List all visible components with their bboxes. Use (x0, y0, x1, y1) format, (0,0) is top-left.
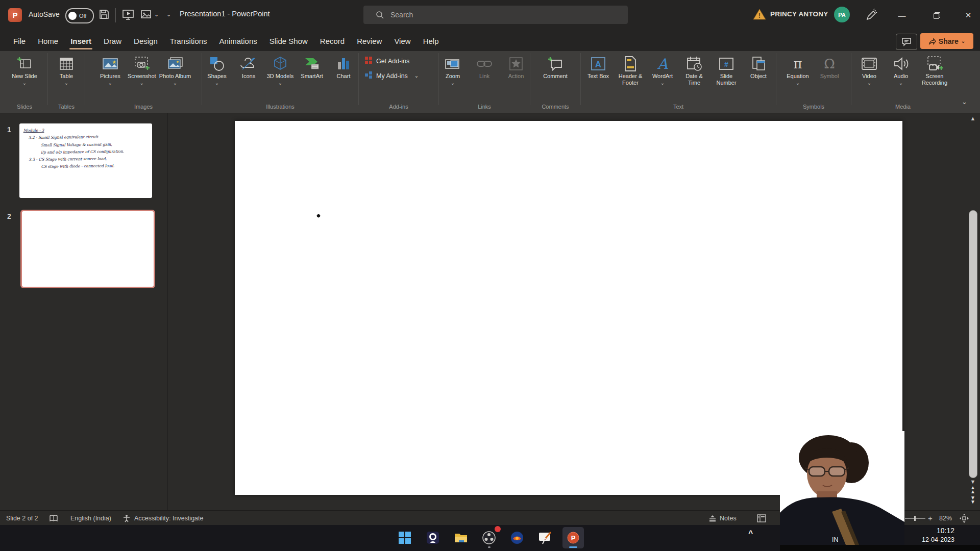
wordart-icon: A (657, 55, 668, 73)
video-button[interactable]: Video ⌄ (853, 53, 885, 86)
group-label-links: Links (440, 104, 528, 112)
language-indicator[interactable]: English (India) (70, 511, 111, 525)
powerpoint-logo-icon[interactable]: P (8, 8, 22, 22)
customize-qat-icon[interactable]: ⌄ (166, 11, 171, 18)
chevron-down-icon[interactable]: ⌄ (154, 11, 159, 18)
chevron-down-icon: ⌄ (140, 81, 144, 86)
pictures-icon (102, 55, 119, 73)
save-icon[interactable] (98, 8, 110, 22)
tab-draw[interactable]: Draw (97, 31, 128, 51)
audio-button[interactable]: Audio ⌄ (885, 53, 917, 86)
group-label-add-ins: Add-ins (360, 104, 437, 112)
taskbar-date[interactable]: 12-04-2023 (903, 536, 954, 543)
start-button[interactable] (394, 527, 415, 548)
restore-button[interactable] (925, 0, 948, 31)
tab-file[interactable]: File (7, 31, 32, 51)
tab-animations[interactable]: Animations (213, 31, 263, 51)
audio-icon (893, 55, 909, 73)
object-button[interactable]: Object (743, 53, 774, 80)
slide-number-button[interactable]: # Slide Number (710, 53, 743, 86)
accessibility-status[interactable]: Accessibility: Investigate (134, 511, 203, 525)
file-explorer-button[interactable] (450, 527, 472, 548)
accessibility-icon[interactable] (122, 511, 131, 525)
chevron-down-icon: ⌄ (64, 81, 68, 86)
header-footer-button[interactable]: Header & Footer (614, 53, 647, 86)
svg-text:#: # (724, 60, 728, 68)
slide-2-thumbnail-selected[interactable] (20, 210, 155, 288)
screenshot-button[interactable]: Screenshot ⌄ (126, 53, 158, 86)
new-comment-icon (547, 55, 564, 73)
autosave-toggle[interactable]: Off (65, 8, 94, 23)
comment-button[interactable]: Comment (540, 53, 571, 80)
slide-number-icon: # (718, 55, 734, 73)
screen-recording-button[interactable]: Screen Recording (917, 53, 952, 86)
slide-indicator[interactable]: Slide 2 of 2 (6, 511, 38, 525)
tab-slide-show[interactable]: Slide Show (263, 31, 314, 51)
zoom-slider[interactable] (905, 511, 926, 525)
obs-studio-button[interactable] (478, 527, 500, 548)
tab-home[interactable]: Home (32, 31, 64, 51)
zoom-level[interactable]: 82% (939, 511, 952, 525)
scroll-down-icon[interactable]: ▼ (968, 479, 978, 485)
previous-slide-button[interactable]: ▲▲ (968, 486, 978, 494)
text-box-button[interactable]: A Text Box (582, 53, 614, 80)
wordart-button[interactable]: A WordArt ⌄ (647, 53, 678, 86)
pictures-button[interactable]: Pictures ⌄ (94, 53, 126, 86)
taskbar-clock[interactable]: 10:12 (903, 527, 954, 535)
comments-pane-button[interactable] (896, 34, 917, 50)
powerpoint-window: P AutoSave Off ⌄ ⌄ Presentation1 - Power… (0, 0, 980, 551)
user-name[interactable]: PRINCY ANTONY (770, 10, 828, 18)
webcam-app-button[interactable] (422, 527, 444, 548)
zoom-in-icon[interactable]: + (928, 511, 933, 525)
minimize-button[interactable]: — (890, 0, 914, 31)
tab-transitions[interactable]: Transitions (164, 31, 213, 51)
search-input[interactable]: Search (363, 6, 628, 24)
table-icon (59, 55, 74, 73)
scrollbar-thumb[interactable] (969, 210, 977, 478)
autosave-label: AutoSave (29, 10, 60, 18)
3d-models-button[interactable]: 3D Models ⌄ (264, 53, 296, 86)
collapse-ribbon-icon[interactable]: ⌄ (962, 98, 967, 106)
quick-access-picture-icon[interactable] (140, 8, 153, 23)
slide-1-thumbnail[interactable]: Module - 3 3.2 - Small Signal equivalent… (19, 123, 152, 198)
tab-help[interactable]: Help (417, 31, 445, 51)
table-button[interactable]: Table ⌄ (51, 53, 82, 86)
spell-check-icon[interactable] (49, 511, 58, 525)
powerpoint-taskbar-button[interactable]: P (562, 527, 584, 548)
whiteboard-app-button[interactable] (534, 527, 556, 548)
scroll-up-icon[interactable]: ▲ (968, 115, 978, 121)
tab-review[interactable]: Review (351, 31, 388, 51)
tab-record[interactable]: Record (314, 31, 351, 51)
next-slide-button[interactable]: ▼▼ (968, 496, 978, 504)
shapes-button[interactable]: Shapes ⌄ (201, 53, 233, 86)
tab-insert[interactable]: Insert (64, 31, 97, 51)
normal-view-icon[interactable] (757, 511, 766, 525)
new-slide-button[interactable]: New Slide ⌄ (9, 53, 40, 86)
my-add-ins-button[interactable]: My Add-ins ⌄ (364, 71, 433, 81)
get-add-ins-button[interactable]: Get Add-ins (364, 56, 433, 66)
fit-to-window-icon[interactable] (960, 511, 969, 525)
photo-album-button[interactable]: Photo Album ⌄ (158, 53, 192, 86)
smartart-button[interactable]: SmartArt (296, 53, 328, 80)
tab-design[interactable]: Design (128, 31, 164, 51)
chevron-down-icon: ⌄ (867, 81, 871, 86)
icons-button[interactable]: Icons (233, 53, 264, 80)
show-hidden-icons-button[interactable]: ^ (748, 529, 753, 538)
start-slideshow-icon[interactable] (121, 8, 135, 23)
notes-button[interactable]: Notes (708, 511, 737, 525)
group-label-illustrations: Illustrations (204, 104, 357, 112)
avatar[interactable]: PA (834, 7, 850, 22)
warning-icon[interactable]: ! (753, 8, 766, 20)
editing-pen-icon[interactable] (865, 9, 878, 24)
date-time-button[interactable]: Date & Time (678, 53, 710, 86)
close-button[interactable]: ✕ (957, 0, 980, 31)
taskbar-language[interactable]: IN (832, 536, 847, 543)
chart-button[interactable]: Chart (328, 53, 359, 80)
equation-button[interactable]: π Equation ⌄ (782, 53, 814, 86)
media-app-button[interactable] (506, 527, 528, 548)
panel-divider[interactable] (167, 113, 168, 510)
group-label-slides: Slides (3, 104, 46, 112)
share-button[interactable]: Share ⌄ (920, 33, 973, 49)
zoom-button[interactable]: Zoom ⌄ (437, 53, 469, 86)
tab-view[interactable]: View (388, 31, 416, 51)
